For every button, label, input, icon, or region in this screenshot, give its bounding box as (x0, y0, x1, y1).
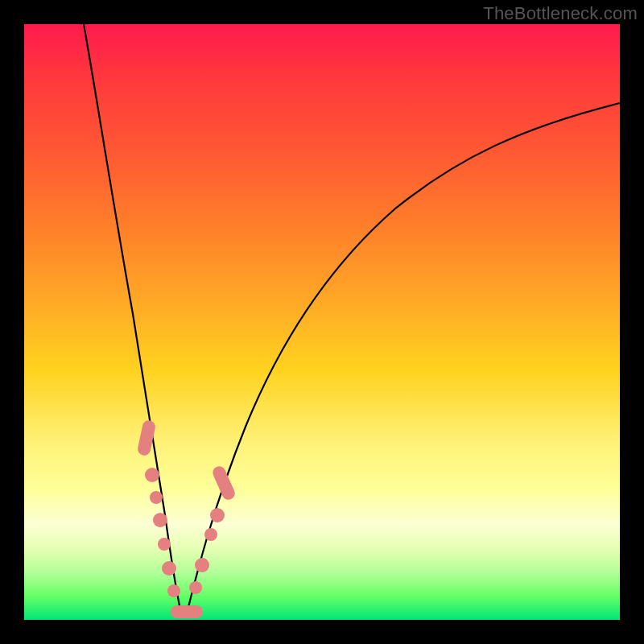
marker-dot (195, 558, 209, 572)
marker-pill (171, 605, 203, 618)
plot-area (24, 24, 620, 620)
curve-right-branch (187, 103, 620, 613)
marker-dot (153, 513, 167, 527)
marker-dot (145, 468, 159, 482)
marker-group (137, 419, 237, 618)
marker-dot (167, 584, 180, 597)
marker-dot (158, 538, 171, 551)
marker-pill (211, 464, 237, 502)
marker-dot (162, 561, 176, 576)
watermark-text: TheBottleneck.com (483, 3, 638, 24)
marker-dot (150, 491, 163, 504)
marker-dot (189, 581, 202, 594)
curve-left-branch (84, 24, 181, 613)
marker-dot (210, 508, 225, 522)
bottleneck-curve (24, 24, 620, 620)
chart-frame: TheBottleneck.com (0, 0, 644, 644)
marker-dot (204, 528, 217, 541)
